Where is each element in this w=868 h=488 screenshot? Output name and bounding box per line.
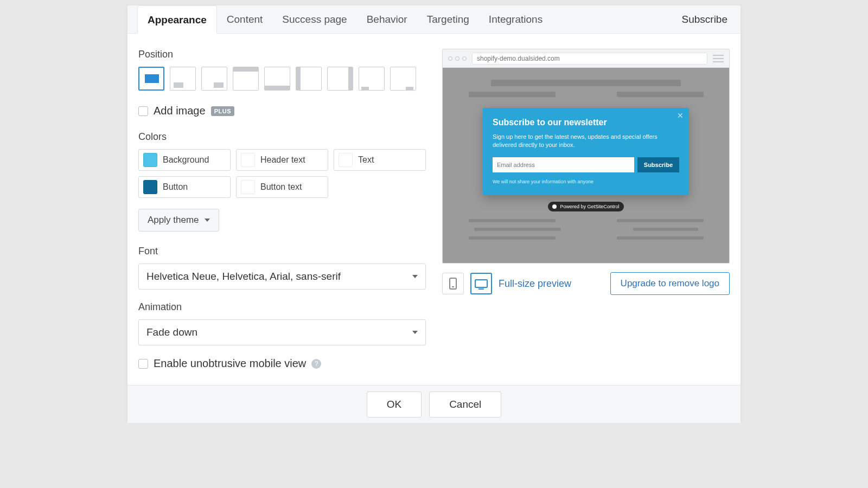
popup-heading: Subscribe to our newsletter [493, 118, 679, 127]
swatch-icon [339, 153, 353, 167]
color-label: Button [163, 182, 188, 192]
position-bar-bottom[interactable] [264, 67, 290, 91]
position-picker [138, 67, 426, 91]
mobile-icon [449, 278, 457, 290]
tab-targeting[interactable]: Targeting [417, 5, 479, 34]
device-mobile-button[interactable] [442, 273, 464, 294]
chevron-down-icon [205, 219, 210, 222]
colors-label: Colors [138, 131, 426, 143]
full-size-preview-link[interactable]: Full-size preview [499, 278, 571, 290]
chevron-down-icon [412, 275, 418, 278]
tab-behavior[interactable]: Behavior [357, 5, 417, 34]
mobile-row: Enable unobtrusive mobile view ? [138, 357, 426, 370]
position-panel-right[interactable] [327, 67, 353, 91]
color-label: Button text [260, 182, 302, 192]
desktop-icon [475, 279, 488, 288]
font-label: Font [138, 246, 426, 257]
position-tab-left[interactable] [359, 67, 385, 91]
preview-popup: ✕ Subscribe to our newsletter Sign up he… [483, 108, 689, 195]
position-panel-left[interactable] [296, 67, 322, 91]
popup-body: Sign up here to get the latest news, upd… [493, 133, 679, 150]
position-bar-top[interactable] [233, 67, 259, 91]
appearance-form: Position Add image PLUS Colors [138, 49, 426, 370]
tab-integrations[interactable]: Integrations [479, 5, 552, 34]
apply-theme-label: Apply theme [148, 215, 199, 226]
color-button-text[interactable]: Button text [236, 176, 328, 198]
position-label: Position [138, 49, 426, 60]
powered-text: Powered by GetSiteControl [560, 204, 619, 209]
swatch-icon [241, 180, 255, 194]
chevron-down-icon [412, 331, 418, 334]
color-text[interactable]: Text [334, 149, 426, 171]
preview-browser: shopify-demo.dualsided.com ✕ Subscribe t… [442, 49, 730, 264]
position-bottom-right[interactable] [201, 67, 227, 91]
position-tab-right[interactable] [390, 67, 416, 91]
preview-panel: shopify-demo.dualsided.com ✕ Subscribe t… [442, 49, 730, 370]
logo-icon [552, 204, 557, 209]
footer: OK Cancel [127, 385, 741, 423]
add-image-checkbox[interactable] [138, 106, 148, 116]
apply-theme-dropdown[interactable]: Apply theme [138, 209, 219, 232]
add-image-row: Add image PLUS [138, 105, 426, 117]
widget-name: Subscribe [682, 14, 731, 25]
cancel-button[interactable]: Cancel [429, 391, 501, 418]
font-select[interactable]: Helvetica Neue, Helvetica, Arial, sans-s… [138, 264, 426, 290]
preview-viewport: ✕ Subscribe to our newsletter Sign up he… [443, 68, 729, 263]
popup-note: We will not share your information with … [493, 179, 679, 184]
browser-chrome: shopify-demo.dualsided.com [443, 49, 729, 68]
colors-grid: Background Header text Text Button Butto… [138, 149, 426, 198]
font-value: Helvetica Neue, Helvetica, Arial, sans-s… [146, 271, 341, 282]
swatch-icon [241, 153, 255, 167]
close-icon: ✕ [677, 111, 684, 120]
color-label: Text [358, 155, 374, 165]
device-desktop-button[interactable] [470, 273, 492, 294]
popup-email-input [493, 157, 634, 172]
swatch-icon [143, 153, 157, 167]
tab-appearance[interactable]: Appearance [137, 5, 217, 34]
ok-button[interactable]: OK [367, 391, 422, 418]
mobile-label: Enable unobtrusive mobile view [154, 357, 306, 370]
color-label: Background [163, 155, 209, 165]
color-button[interactable]: Button [138, 176, 231, 198]
preview-controls: Full-size preview Upgrade to remove logo [442, 272, 730, 295]
popup-subscribe-button: Subscribe [637, 157, 679, 172]
powered-badge: Powered by GetSiteControl [548, 202, 624, 211]
urlbar: shopify-demo.dualsided.com [472, 53, 707, 65]
widget-editor-modal: Appearance Content Success page Behavior… [127, 5, 741, 423]
color-background[interactable]: Background [138, 149, 231, 171]
traffic-lights-icon [448, 56, 467, 61]
plus-badge: PLUS [211, 106, 234, 116]
add-image-label: Add image [154, 105, 206, 117]
tab-success-page[interactable]: Success page [272, 5, 356, 34]
animation-label: Animation [138, 301, 426, 313]
swatch-icon [143, 180, 157, 194]
color-header-text[interactable]: Header text [236, 149, 328, 171]
tabbar: Appearance Content Success page Behavior… [127, 5, 741, 34]
animation-value: Fade down [146, 326, 197, 338]
help-icon[interactable]: ? [311, 359, 321, 369]
color-label: Header text [260, 155, 305, 165]
mobile-checkbox[interactable] [138, 359, 148, 369]
tab-content[interactable]: Content [217, 5, 273, 34]
upgrade-button[interactable]: Upgrade to remove logo [610, 272, 730, 295]
position-center[interactable] [138, 67, 164, 91]
animation-select[interactable]: Fade down [138, 319, 426, 345]
position-bottom-left[interactable] [170, 67, 196, 91]
menu-icon [713, 55, 724, 62]
